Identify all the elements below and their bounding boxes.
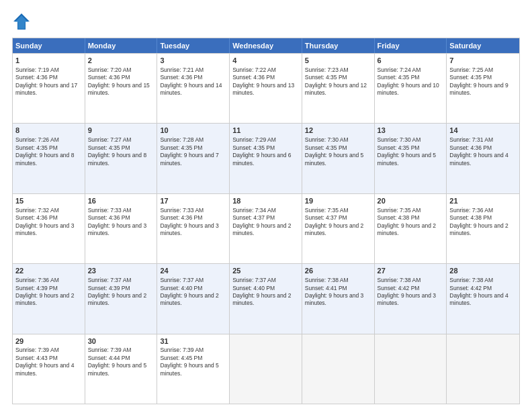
- day-number: 21: [449, 196, 517, 206]
- day-number: 2: [88, 56, 154, 66]
- calendar-row: 22Sunrise: 7:36 AMSunset: 4:39 PMDayligh…: [13, 263, 519, 333]
- sunrise-label: Sunrise: 7:36 AM: [449, 207, 493, 214]
- day-number: 18: [232, 196, 299, 206]
- calendar-cell: [230, 334, 302, 404]
- calendar-header-cell: Thursday: [302, 38, 375, 53]
- calendar-header-cell: Saturday: [447, 38, 519, 53]
- day-number: 23: [88, 266, 154, 276]
- sunrise-label: Sunrise: 7:23 AM: [305, 66, 349, 73]
- day-number: 29: [15, 336, 82, 347]
- day-number: 13: [378, 126, 444, 136]
- sunrise-label: Sunrise: 7:34 AM: [232, 207, 276, 214]
- daylight-label: Daylight: 9 hours and 5 minutes.: [305, 152, 363, 166]
- sunrise-label: Sunrise: 7:39 AM: [160, 347, 204, 353]
- sunrise-label: Sunrise: 7:38 AM: [305, 277, 349, 283]
- sunset-label: Sunset: 4:36 PM: [15, 74, 58, 81]
- daylight-label: Daylight: 9 hours and 3 minutes.: [15, 222, 74, 236]
- sunset-label: Sunset: 4:36 PM: [88, 74, 130, 81]
- sunset-label: Sunset: 4:45 PM: [160, 355, 202, 361]
- day-number: 17: [160, 196, 226, 206]
- daylight-label: Daylight: 9 hours and 4 minutes.: [15, 362, 74, 376]
- daylight-label: Daylight: 9 hours and 2 minutes.: [160, 292, 218, 306]
- sunrise-label: Sunrise: 7:33 AM: [88, 207, 132, 214]
- day-number: 15: [15, 196, 82, 206]
- sunrise-label: Sunrise: 7:20 AM: [88, 66, 132, 73]
- sunset-label: Sunset: 4:35 PM: [378, 144, 420, 151]
- calendar-cell: 9Sunrise: 7:27 AMSunset: 4:35 PMDaylight…: [85, 124, 158, 193]
- daylight-label: Daylight: 9 hours and 12 minutes.: [305, 82, 367, 96]
- sunset-label: Sunset: 4:35 PM: [15, 144, 58, 151]
- calendar-header-cell: Monday: [85, 38, 158, 53]
- calendar-cell: 19Sunrise: 7:35 AMSunset: 4:37 PMDayligh…: [302, 194, 375, 263]
- daylight-label: Daylight: 9 hours and 2 minutes.: [88, 292, 146, 306]
- calendar-header-cell: Friday: [375, 38, 447, 53]
- calendar-row: 29Sunrise: 7:39 AMSunset: 4:43 PMDayligh…: [13, 334, 519, 404]
- daylight-label: Daylight: 9 hours and 3 minutes.: [378, 292, 436, 306]
- sunrise-label: Sunrise: 7:31 AM: [449, 136, 493, 143]
- calendar-cell: 16Sunrise: 7:33 AMSunset: 4:36 PMDayligh…: [85, 194, 158, 263]
- day-number: 19: [305, 196, 371, 206]
- sunset-label: Sunset: 4:35 PM: [232, 144, 275, 151]
- calendar-cell: 30Sunrise: 7:39 AMSunset: 4:44 PMDayligh…: [85, 334, 158, 404]
- daylight-label: Daylight: 9 hours and 10 minutes.: [378, 82, 439, 96]
- day-number: 31: [160, 336, 226, 347]
- day-number: 14: [449, 126, 517, 136]
- daylight-label: Daylight: 9 hours and 15 minutes.: [88, 82, 150, 96]
- calendar-header-cell: Sunday: [13, 38, 85, 53]
- sunset-label: Sunset: 4:35 PM: [378, 74, 420, 81]
- sunrise-label: Sunrise: 7:37 AM: [88, 277, 132, 283]
- day-number: 5: [305, 56, 371, 66]
- calendar-row: 15Sunrise: 7:32 AMSunset: 4:36 PMDayligh…: [13, 193, 519, 263]
- sunrise-label: Sunrise: 7:37 AM: [160, 277, 204, 283]
- sunset-label: Sunset: 4:35 PM: [305, 74, 347, 81]
- sunset-label: Sunset: 4:36 PM: [88, 214, 130, 221]
- calendar-header-cell: Wednesday: [230, 38, 302, 53]
- daylight-label: Daylight: 9 hours and 2 minutes.: [305, 222, 363, 236]
- sunset-label: Sunset: 4:35 PM: [160, 144, 202, 151]
- daylight-label: Daylight: 9 hours and 2 minutes.: [378, 222, 436, 236]
- day-number: 11: [232, 126, 299, 136]
- day-number: 30: [88, 336, 154, 347]
- daylight-label: Daylight: 9 hours and 8 minutes.: [15, 152, 74, 166]
- calendar-cell: 18Sunrise: 7:34 AMSunset: 4:37 PMDayligh…: [230, 194, 302, 263]
- logo: [12, 12, 34, 31]
- daylight-label: Daylight: 9 hours and 7 minutes.: [160, 152, 218, 166]
- sunset-label: Sunset: 4:40 PM: [232, 285, 275, 291]
- calendar-cell: 3Sunrise: 7:21 AMSunset: 4:36 PMDaylight…: [157, 54, 230, 123]
- sunrise-label: Sunrise: 7:25 AM: [449, 66, 493, 73]
- calendar-cell: 12Sunrise: 7:30 AMSunset: 4:35 PMDayligh…: [302, 124, 375, 193]
- sunset-label: Sunset: 4:35 PM: [449, 74, 492, 81]
- sunrise-label: Sunrise: 7:30 AM: [378, 136, 421, 143]
- sunrise-label: Sunrise: 7:27 AM: [88, 136, 132, 143]
- calendar-cell: 31Sunrise: 7:39 AMSunset: 4:45 PMDayligh…: [157, 334, 230, 404]
- calendar-row: 8Sunrise: 7:26 AMSunset: 4:35 PMDaylight…: [13, 123, 519, 193]
- sunset-label: Sunset: 4:37 PM: [232, 214, 275, 221]
- daylight-label: Daylight: 9 hours and 8 minutes.: [88, 152, 146, 166]
- page: SundayMondayTuesdayWednesdayThursdayFrid…: [0, 0, 532, 411]
- sunrise-label: Sunrise: 7:24 AM: [378, 66, 421, 73]
- sunset-label: Sunset: 4:39 PM: [15, 285, 58, 291]
- calendar-cell: 8Sunrise: 7:26 AMSunset: 4:35 PMDaylight…: [13, 124, 85, 193]
- calendar-cell: 26Sunrise: 7:38 AMSunset: 4:41 PMDayligh…: [302, 264, 375, 333]
- calendar-header-row: SundayMondayTuesdayWednesdayThursdayFrid…: [13, 38, 519, 53]
- daylight-label: Daylight: 9 hours and 2 minutes.: [232, 292, 291, 306]
- daylight-label: Daylight: 9 hours and 5 minutes.: [88, 362, 146, 376]
- day-number: 6: [378, 56, 444, 66]
- calendar-cell: 24Sunrise: 7:37 AMSunset: 4:40 PMDayligh…: [157, 264, 230, 333]
- daylight-label: Daylight: 9 hours and 4 minutes.: [449, 152, 508, 166]
- calendar-cell: 23Sunrise: 7:37 AMSunset: 4:39 PMDayligh…: [85, 264, 158, 333]
- calendar-cell: 21Sunrise: 7:36 AMSunset: 4:38 PMDayligh…: [447, 194, 519, 263]
- calendar-body: 1Sunrise: 7:19 AMSunset: 4:36 PMDaylight…: [13, 53, 519, 404]
- day-number: 4: [232, 56, 299, 66]
- calendar-cell: 22Sunrise: 7:36 AMSunset: 4:39 PMDayligh…: [13, 264, 85, 333]
- sunrise-label: Sunrise: 7:29 AM: [232, 136, 276, 143]
- calendar-cell: 7Sunrise: 7:25 AMSunset: 4:35 PMDaylight…: [447, 54, 519, 123]
- sunrise-label: Sunrise: 7:32 AM: [15, 207, 59, 214]
- daylight-label: Daylight: 9 hours and 6 minutes.: [232, 152, 291, 166]
- sunset-label: Sunset: 4:44 PM: [88, 355, 130, 361]
- sunset-label: Sunset: 4:36 PM: [160, 74, 202, 81]
- calendar-cell: 15Sunrise: 7:32 AMSunset: 4:36 PMDayligh…: [13, 194, 85, 263]
- calendar-cell: 14Sunrise: 7:31 AMSunset: 4:36 PMDayligh…: [447, 124, 519, 193]
- day-number: 10: [160, 126, 226, 136]
- calendar: SundayMondayTuesdayWednesdayThursdayFrid…: [12, 38, 520, 404]
